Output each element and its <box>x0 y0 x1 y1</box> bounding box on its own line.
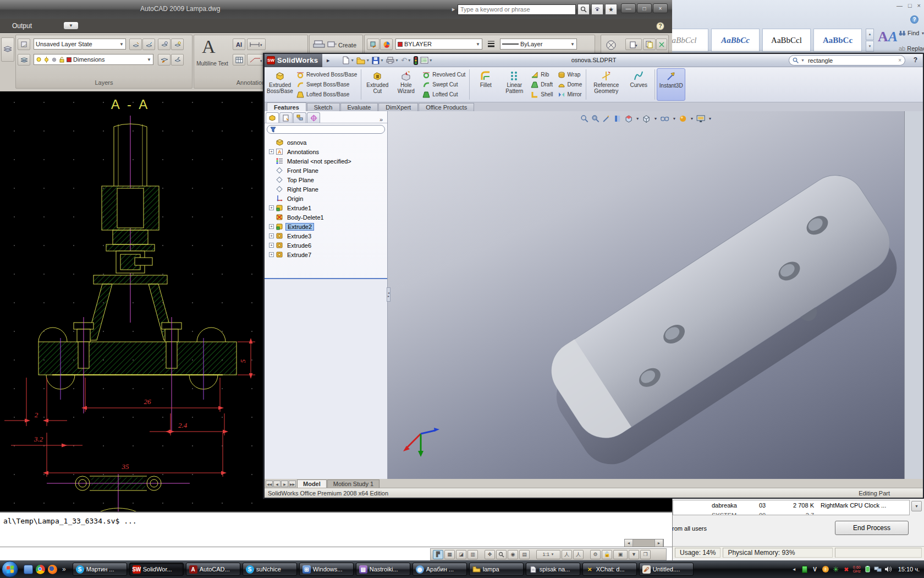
lineweight-icon[interactable] <box>487 40 496 48</box>
revolved-boss-button[interactable]: Revolved Boss/Base <box>296 70 357 79</box>
tree-item-extrude7[interactable]: + Extrude7 <box>266 250 387 259</box>
tree-filter[interactable] <box>267 125 385 134</box>
output-dropdown-icon[interactable]: ▼ <box>64 22 78 29</box>
volume-icon[interactable] <box>884 565 892 573</box>
tab-evaluate[interactable]: Evaluate <box>340 103 378 111</box>
minimize-button[interactable]: — <box>897 2 903 9</box>
layer-freeze-icon[interactable] <box>158 39 170 50</box>
cpu-clock-x-icon[interactable]: ✖ <box>843 565 850 573</box>
search-icon[interactable] <box>578 4 590 15</box>
clear-search-icon[interactable]: × <box>898 57 901 63</box>
solidworks-logo[interactable]: SW SolidWorks <box>265 54 322 67</box>
annotation-visibility-icon[interactable]: 人 <box>562 550 572 559</box>
layer-stack-icon[interactable] <box>18 54 30 66</box>
options-button[interactable]: ▼ <box>420 55 433 66</box>
create-label[interactable]: Create <box>338 42 356 48</box>
rebuild-icon[interactable] <box>413 55 419 66</box>
swept-boss-button[interactable]: Swept Boss/Base <box>296 80 357 89</box>
restore-button[interactable]: □ <box>908 2 912 9</box>
prev-layer-icon[interactable] <box>171 54 184 66</box>
cut-icon[interactable] <box>656 39 667 50</box>
tab-dimxpert[interactable]: DimXpert <box>378 103 418 111</box>
showmotion-icon[interactable]: ▤ <box>519 550 530 559</box>
pan-icon[interactable]: ✥ <box>485 550 495 559</box>
shell-button[interactable]: Shell <box>531 90 553 99</box>
open-button[interactable]: ▼ <box>356 55 370 66</box>
tree-item-top-plane[interactable]: Top Plane <box>266 175 387 184</box>
linear-pattern-button[interactable]: Linear Pattern <box>500 68 529 101</box>
taskbar-clock[interactable]: 15:10 ч. <box>898 566 920 572</box>
graphics-viewport[interactable]: ▼ ▼ ▼ ▼ ▼ <box>388 111 904 479</box>
quicklaunch-overflow-icon[interactable]: » <box>62 565 66 573</box>
table-button[interactable] <box>233 54 245 66</box>
annotation-scale-button[interactable]: 1:1 ▼ <box>536 550 560 559</box>
style-preview[interactable]: AaBbCc <box>711 29 760 52</box>
tray-expand-icon[interactable]: ◄ <box>790 565 798 573</box>
multiline-text-icon[interactable]: A <box>202 36 216 57</box>
help-icon[interactable]: ? <box>656 22 664 30</box>
solidworks-titlebar[interactable]: SW SolidWorks ► ▼ ▼ ▼ ▼ ↶▼ <box>265 54 923 67</box>
process-table[interactable]: dabreaka 03 2 708 K RightMark CPU Clock … <box>673 500 910 515</box>
first-tab-icon[interactable]: ◀◀ <box>266 481 273 487</box>
tree-item-extrude3[interactable]: + Extrude3 <box>266 231 387 241</box>
model-space-button[interactable]: ▛ <box>433 550 443 559</box>
text-style-button[interactable]: AI <box>233 39 245 50</box>
style-preview[interactable]: AaBbCcl <box>762 29 811 52</box>
save-button[interactable]: ▼ <box>371 55 384 66</box>
tab-features[interactable]: Features <box>267 102 306 111</box>
tree-item-extrude2[interactable]: + Extrude2 <box>266 222 387 231</box>
color-wheel-icon[interactable] <box>380 39 393 50</box>
taskbar-button-solidworks[interactable]: SW SolidWor... <box>129 563 184 576</box>
layout2-button[interactable]: ◪ <box>456 550 466 559</box>
quickcalc-icon[interactable] <box>606 40 617 51</box>
create-icon[interactable] <box>327 41 337 48</box>
matchprops-icon[interactable] <box>367 39 380 50</box>
taskbar-button-skype1[interactable]: S Мартин ... <box>73 563 127 576</box>
workspace-gear-icon[interactable]: ⚙ <box>590 550 601 559</box>
propertymanager-tab[interactable] <box>279 112 293 123</box>
last-tab-icon[interactable]: ▶▶ <box>289 481 296 487</box>
start-button[interactable] <box>2 561 18 577</box>
next-tab-icon[interactable]: ▶ <box>281 481 288 487</box>
horizontal-scrollbar[interactable]: ◄ ► <box>624 539 664 547</box>
new-document-button[interactable]: ▼ <box>342 55 355 66</box>
plot-icon[interactable] <box>313 40 325 50</box>
process-row[interactable]: dabreaka 03 2 708 K RightMark CPU Clock … <box>673 500 909 510</box>
taskbar-button-spisak[interactable]: spisak na... <box>526 563 580 576</box>
tree-item-material[interactable]: Material <not specified> <box>266 156 387 166</box>
wrap-button[interactable]: Wrap <box>558 70 582 79</box>
lofted-boss-button[interactable]: Lofted Boss/Base <box>296 90 357 99</box>
layer-combo[interactable]: Dimensions ▼ <box>34 54 153 65</box>
menu-expand-icon[interactable]: ► <box>326 58 331 63</box>
layer-states-icon[interactable] <box>18 39 30 50</box>
reference-geometry-button[interactable]: Reference Geometry <box>588 68 624 101</box>
featuremanager-tab[interactable] <box>266 112 279 123</box>
quickview-button[interactable]: ▥ <box>468 550 478 559</box>
tree-item-extrude1[interactable]: + Extrude1 <box>266 203 387 212</box>
color-combo[interactable]: BYLAYER ▼ <box>395 39 482 50</box>
minimize-button[interactable]: — <box>621 3 636 13</box>
solidworks-help-icon[interactable]: ? <box>914 56 917 64</box>
curves-button[interactable]: Curves <box>624 68 653 101</box>
autoscale-icon[interactable]: 人 <box>573 550 584 559</box>
revolved-cut-button[interactable]: Revolved Cut <box>422 70 465 79</box>
scroll-left-icon[interactable]: ◄ <box>625 539 633 547</box>
style-preview[interactable]: aBbCcl <box>672 29 708 52</box>
layer-unisolate-icon[interactable] <box>142 39 155 50</box>
taskbar-button-winrar[interactable]: ▤ Nastroiki... <box>356 563 410 576</box>
scroll-down-icon[interactable]: ▼ <box>866 41 874 52</box>
fillet-button[interactable]: Fillet <box>471 68 500 101</box>
close-button[interactable]: × <box>917 2 921 9</box>
tab-motion-study[interactable]: Motion Study 1 <box>327 479 380 488</box>
multiline-text-label[interactable]: Multiline Text <box>195 61 229 67</box>
search-scope-icon[interactable]: ▼ <box>801 58 805 62</box>
mask-icon[interactable]: V <box>811 565 819 573</box>
table-scroll-icon[interactable]: ▼ <box>911 501 922 511</box>
draft-button[interactable]: Draft <box>531 80 553 89</box>
meter-icon[interactable] <box>801 565 809 573</box>
tab-office-products[interactable]: Office Products <box>419 103 474 111</box>
tree-root[interactable]: osnova <box>266 138 387 147</box>
tree-item-annotations[interactable]: + A Annotations <box>266 147 387 156</box>
taskbar-button-windows-explorer[interactable]: ⊞ Windows... <box>299 563 354 576</box>
undo-button[interactable]: ↶▼ <box>400 55 412 66</box>
